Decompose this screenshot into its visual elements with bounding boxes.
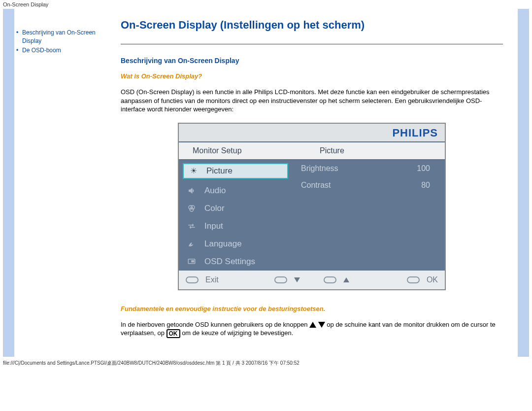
page-title: On-Screen Display (Instellingen op het s… — [121, 19, 503, 32]
osd-menu-osdsettings[interactable]: OSD Settings — [179, 253, 292, 271]
triangle-up-icon — [343, 277, 349, 282]
osd-right-menu: Brightness 100 Contrast 80 — [292, 160, 445, 271]
triangle-down-icon — [294, 277, 300, 282]
osd-left-menu: ☀ Picture Audio Color — [179, 160, 292, 271]
triangle-down-icon — [318, 322, 325, 328]
osd-screenshot: PHILIPS Monitor Setup Picture ☀ Picture — [178, 123, 446, 290]
input-icon — [186, 222, 198, 231]
osd-right-contrast[interactable]: Contrast 80 — [292, 177, 445, 194]
right-stripe — [518, 9, 529, 357]
osd-body: ☀ Picture Audio Color — [179, 160, 445, 271]
bullet-icon: • — [16, 29, 22, 45]
osd-footer-exit[interactable]: Exit — [186, 275, 270, 284]
left-stripe — [3, 9, 14, 357]
svg-rect-4 — [191, 260, 194, 263]
triangle-up-icon — [309, 322, 316, 328]
section-heading: Beschrijving van On-Screen Display — [121, 57, 503, 65]
para2a: In de hierboven getoonde OSD kunnen gebr… — [121, 321, 309, 328]
sidebar-item-beschrijving[interactable]: • Beschrijving van On-Screen Display — [16, 29, 104, 45]
oval-button-icon — [407, 276, 420, 283]
sidebar-link[interactable]: Beschrijving van On-Screen Display — [22, 29, 104, 45]
bullet-icon: • — [16, 46, 22, 55]
osd-right-label: Brightness — [301, 164, 405, 173]
osd-menu-label: OSD Settings — [204, 257, 255, 267]
osd-menu-audio[interactable]: Audio — [179, 182, 292, 200]
paragraph-2: In de hierboven getoonde OSD kunnen gebr… — [121, 320, 503, 338]
osd-brand-bar: PHILIPS — [179, 124, 445, 142]
osd-menu-label: Audio — [204, 186, 226, 196]
osd-footer-nav[interactable] — [270, 276, 354, 283]
sidebar: • Beschrijving van On-Screen Display • D… — [14, 9, 106, 357]
sun-icon: ☀ — [188, 166, 200, 175]
osd-menu-label: Color — [204, 204, 225, 213]
osd-right-value: 80 — [405, 181, 440, 190]
para2c: om de keuze of wijziging te bevestigen. — [182, 329, 293, 337]
language-icon — [186, 240, 198, 248]
svg-point-2 — [190, 207, 194, 211]
osd-menu-language[interactable]: Language — [179, 235, 292, 253]
osd-right-brightness[interactable]: Brightness 100 — [292, 160, 445, 177]
oval-button-icon — [186, 276, 199, 283]
footer-exit-label: Exit — [205, 275, 219, 284]
color-icon — [186, 204, 198, 213]
osd-footer-ok[interactable]: OK — [354, 275, 438, 284]
osd-header-right: Picture — [311, 142, 445, 159]
osd-header-left: Monitor Setup — [179, 142, 311, 159]
osd-menu-label: Picture — [206, 166, 233, 176]
osd-right-label: Contrast — [301, 181, 405, 190]
osd-right-value: 100 — [405, 164, 440, 173]
osd-menu-color[interactable]: Color — [179, 200, 292, 217]
osd-menu-label: Input — [204, 221, 223, 231]
osd-footer: Exit OK — [179, 271, 445, 289]
ok-icon: OK — [166, 329, 180, 338]
divider — [121, 44, 503, 44]
subheading-2: Fundamentele en eenvoudige instructie vo… — [121, 305, 503, 312]
paragraph-1: OSD (On-Screen Display) is een functie i… — [121, 88, 503, 114]
main-content: On-Screen Display (Instellingen op het s… — [106, 9, 518, 357]
footer-filepath: file:///C|/Documents and Settings/Lance.… — [0, 357, 532, 370]
brand-logo: PHILIPS — [392, 127, 438, 139]
osd-menu-label: Language — [204, 239, 242, 249]
sidebar-item-osdboom[interactable]: • De OSD-boom — [16, 46, 104, 55]
page-header: On-Screen Display — [0, 0, 532, 9]
osd-settings-icon — [186, 257, 198, 266]
sidebar-link[interactable]: De OSD-boom — [22, 46, 61, 55]
osd-header: Monitor Setup Picture — [179, 142, 445, 160]
osd-menu-input[interactable]: Input — [179, 217, 292, 235]
page-frame: • Beschrijving van On-Screen Display • D… — [3, 9, 529, 357]
footer-ok-label: OK — [427, 275, 438, 284]
subheading-1: Wat is On-Screen Display? — [121, 72, 503, 80]
audio-icon — [186, 186, 198, 195]
osd-menu-picture[interactable]: ☀ Picture — [183, 163, 288, 179]
oval-button-icon — [274, 276, 287, 283]
oval-button-icon — [324, 276, 336, 283]
